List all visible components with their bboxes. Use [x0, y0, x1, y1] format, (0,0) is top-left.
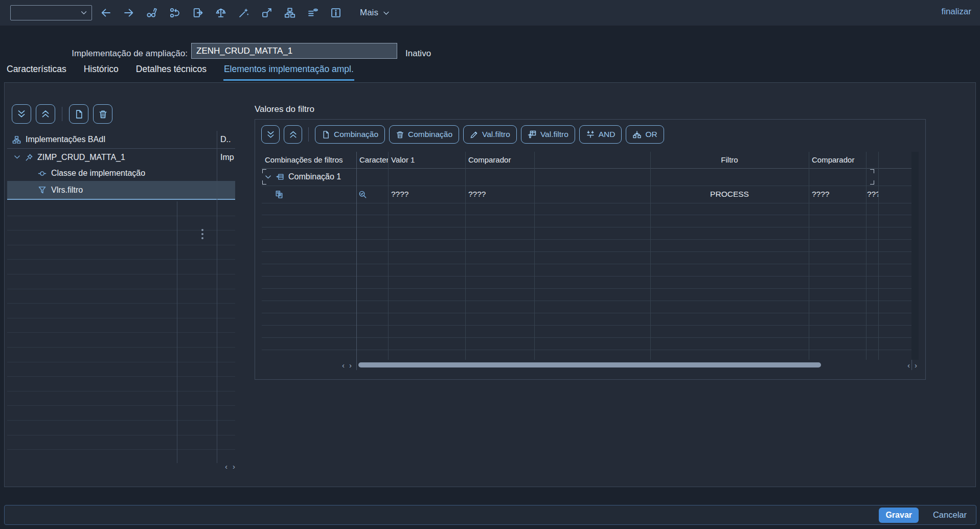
double-chevron-up-icon: [40, 109, 51, 119]
scroll-right-icon[interactable]: ›: [233, 463, 235, 471]
enhancement-implementation-input[interactable]: [191, 43, 397, 59]
resize-button[interactable]: [261, 5, 273, 21]
scroll-left-icon[interactable]: ‹: [342, 361, 345, 370]
org-chart-icon: [284, 7, 295, 18]
insert-or-icon: [632, 130, 642, 139]
tree-column-divider: [217, 131, 217, 463]
tree-header[interactable]: Implementações BAdI D..: [7, 131, 235, 149]
tree-row-col2: Imp: [220, 149, 234, 166]
double-chevron-up-icon: [288, 130, 298, 140]
tree-row-implementation-class[interactable]: Classe de implementação: [7, 166, 235, 181]
info-icon: [330, 7, 341, 18]
page-icon: [74, 109, 84, 119]
delete-filter-value-button[interactable]: Val.filtro: [521, 125, 575, 144]
chevron-down-icon[interactable]: [264, 173, 272, 181]
copy-node-button[interactable]: [69, 104, 88, 124]
expand-resize-icon: [261, 7, 272, 18]
back-button[interactable]: [100, 5, 112, 21]
focus-corner: [870, 169, 874, 173]
button-label: Combinação: [334, 130, 378, 139]
copy-transport-button[interactable]: [192, 5, 204, 21]
tree-row-label: Classe de implementação: [51, 169, 145, 178]
table-trash-icon: [528, 130, 537, 139]
splitter-grip[interactable]: [200, 229, 204, 241]
filter-values-toolbar: Combinação Combinação Val.filtro Val.fil…: [261, 125, 664, 144]
tab-historico[interactable]: Histórico: [83, 63, 119, 81]
fv-collapse-all-button[interactable]: [284, 125, 302, 144]
copy-combination-button[interactable]: Combinação: [315, 125, 385, 144]
more-menu-button[interactable]: Mais: [360, 8, 390, 18]
cancel-button[interactable]: Cancelar: [933, 510, 967, 520]
status-text: Inativo: [405, 49, 431, 59]
column-header-empty[interactable]: [534, 152, 650, 168]
filter-value-row-icon-cell[interactable]: [275, 186, 283, 203]
double-chevron-down-icon: [16, 109, 27, 119]
combination-icon: [276, 173, 284, 181]
vertical-scrollbar-track[interactable]: [911, 152, 919, 360]
column-header-caracteristica[interactable]: Caracter...: [356, 152, 388, 168]
column-header-comparador1[interactable]: Comparador: [465, 152, 534, 168]
cell-overflow[interactable]: ????: [866, 186, 878, 203]
scrollbar-thumb[interactable]: [358, 362, 821, 367]
footer-bar: Gravar Cancelar: [4, 505, 976, 525]
column-header-filtro[interactable]: Filtro: [650, 152, 809, 168]
wizard-button[interactable]: [238, 5, 250, 21]
toolbar-separator: [308, 127, 309, 142]
tab-detalhes-tecnicos[interactable]: Detalhes técnicos: [135, 63, 207, 81]
chevron-down-icon: [80, 9, 88, 17]
scales-icon: [215, 7, 226, 18]
column-header-comparador2[interactable]: Comparador: [809, 152, 866, 168]
scroll-right-icon[interactable]: ›: [915, 361, 917, 370]
tree-row-label: ZIMP_CRUD_MATTA_1: [37, 153, 125, 162]
pencil-icon: [470, 130, 478, 139]
column-header-valor1[interactable]: Valor 1: [388, 152, 465, 168]
info-button[interactable]: [330, 5, 342, 21]
button-label: Combinação: [408, 130, 452, 139]
tab-caracteristicas[interactable]: Características: [6, 63, 67, 81]
tree-row-filter-values[interactable]: Vlrs.filtro: [7, 181, 235, 200]
column-divider: [388, 152, 389, 360]
display-list-button[interactable]: [307, 5, 319, 21]
display-edit-button[interactable]: [146, 5, 158, 21]
tab-elementos-implementacao[interactable]: Elementos implementação ampl.: [223, 63, 354, 81]
org-chart-icon: [12, 135, 21, 144]
forward-button[interactable]: [123, 5, 135, 21]
session-combobox[interactable]: [10, 5, 92, 20]
column-header-combinacoes[interactable]: Combinações de filtros: [262, 152, 356, 168]
tree-row-label: Vlrs.filtro: [51, 186, 83, 195]
edit-filter-value-button[interactable]: Val.filtro: [463, 125, 517, 144]
scroll-left-icon[interactable]: ‹: [907, 361, 910, 370]
focus-corner: [262, 180, 266, 185]
collapse-all-button[interactable]: [36, 104, 55, 124]
back-arrow-icon: [100, 7, 111, 18]
save-button[interactable]: Gravar: [879, 508, 919, 523]
check-consistency-button[interactable]: [215, 5, 227, 21]
delete-combination-button[interactable]: Combinação: [389, 125, 459, 144]
scroll-right-icon[interactable]: ›: [349, 361, 352, 370]
badi-implementations-tree: Implementações BAdI D.. ZIMP_CRUD_MATTA_…: [7, 131, 235, 471]
value-help-cell[interactable]: [358, 186, 367, 203]
fv-expand-all-button[interactable]: [261, 125, 280, 144]
and-button[interactable]: AND: [579, 125, 622, 144]
cell-comparador2[interactable]: ????: [809, 186, 866, 203]
cell-comparador1[interactable]: ????: [465, 186, 534, 203]
hierarchy-button[interactable]: [284, 5, 296, 21]
cell-valor1[interactable]: ????: [388, 186, 465, 203]
cell-filtro[interactable]: PROCESS: [650, 186, 809, 203]
table-horizontal-scrollbar: ‹ › ‹ ›: [255, 360, 926, 370]
delete-node-button[interactable]: [93, 104, 112, 124]
refresh-objects-button[interactable]: [169, 5, 181, 21]
combination-row[interactable]: Combinação 1: [264, 168, 341, 186]
objects-refresh-icon: [169, 7, 180, 18]
scroll-left-icon[interactable]: ‹: [225, 463, 227, 471]
finalize-link[interactable]: finalizar: [941, 7, 971, 17]
button-label: AND: [599, 130, 616, 139]
content-panel: Implementações BAdI D.. ZIMP_CRUD_MATTA_…: [4, 82, 976, 487]
or-button[interactable]: OR: [626, 125, 664, 144]
button-label: Val.filtro: [540, 130, 568, 139]
tree-row-implementation[interactable]: ZIMP_CRUD_MATTA_1 Imp: [7, 149, 235, 166]
document-arrow-icon: [192, 7, 203, 18]
trash-icon: [98, 109, 108, 119]
expand-all-button[interactable]: [12, 104, 31, 124]
toolbar-separator: [62, 107, 62, 121]
